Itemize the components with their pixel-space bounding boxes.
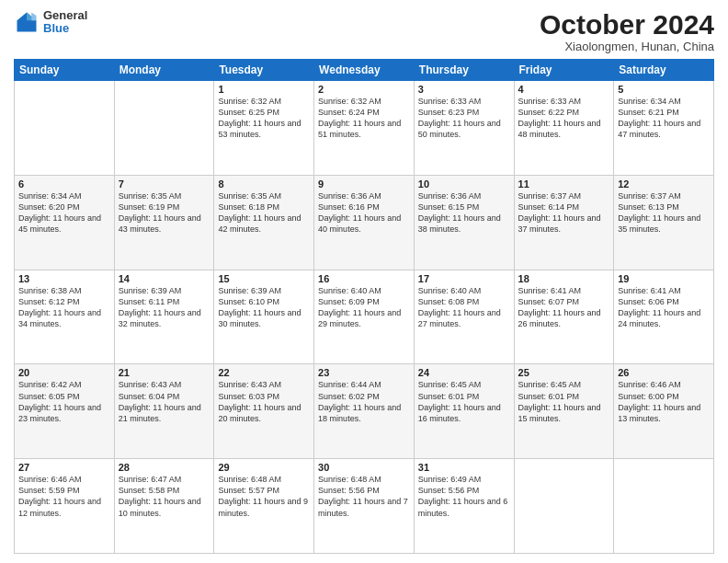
col-friday: Friday [514, 60, 614, 81]
cell-content: Sunrise: 6:38 AMSunset: 6:12 PMDaylight:… [18, 285, 110, 330]
calendar-cell: 24 Sunrise: 6:45 AMSunset: 6:01 PMDaylig… [414, 364, 514, 459]
cell-content: Sunrise: 6:34 AMSunset: 6:21 PMDaylight:… [618, 96, 710, 141]
calendar-cell [614, 459, 714, 554]
day-number: 14 [119, 273, 210, 284]
calendar-cell: 18 Sunrise: 6:41 AMSunset: 6:07 PMDaylig… [514, 270, 614, 364]
day-number: 11 [518, 178, 610, 190]
calendar-cell: 27 Sunrise: 6:46 AMSunset: 5:59 PMDaylig… [15, 459, 115, 554]
calendar-body: 1 Sunrise: 6:32 AMSunset: 6:25 PMDayligh… [15, 81, 714, 554]
calendar-cell: 15 Sunrise: 6:39 AMSunset: 6:10 PMDaylig… [214, 270, 314, 364]
day-number: 28 [119, 462, 210, 473]
day-number: 2 [318, 84, 410, 95]
day-number: 31 [418, 462, 510, 473]
cell-content: Sunrise: 6:43 AMSunset: 6:03 PMDaylight:… [218, 379, 310, 424]
logo: General Blue [14, 9, 87, 36]
cell-content: Sunrise: 6:46 AMSunset: 6:00 PMDaylight:… [618, 379, 710, 424]
header: General Blue October 2024 Xiaolongmen, H… [14, 9, 714, 53]
calendar-cell: 17 Sunrise: 6:40 AMSunset: 6:08 PMDaylig… [414, 270, 514, 364]
calendar-cell: 7 Sunrise: 6:35 AMSunset: 6:19 PMDayligh… [114, 175, 214, 270]
day-number: 20 [18, 367, 110, 378]
logo-text: General Blue [43, 9, 87, 36]
day-number: 26 [618, 367, 710, 378]
cell-content: Sunrise: 6:32 AMSunset: 6:24 PMDaylight:… [318, 96, 410, 141]
cell-content: Sunrise: 6:45 AMSunset: 6:01 PMDaylight:… [518, 379, 610, 424]
calendar-week-5: 27 Sunrise: 6:46 AMSunset: 5:59 PMDaylig… [15, 459, 714, 554]
cell-content: Sunrise: 6:32 AMSunset: 6:25 PMDaylight:… [218, 96, 310, 141]
day-number: 21 [119, 367, 210, 378]
calendar-header: Sunday Monday Tuesday Wednesday Thursday… [15, 60, 714, 81]
calendar-cell: 4 Sunrise: 6:33 AMSunset: 6:22 PMDayligh… [514, 81, 614, 176]
calendar-cell: 22 Sunrise: 6:43 AMSunset: 6:03 PMDaylig… [214, 364, 314, 459]
cell-content: Sunrise: 6:35 AMSunset: 6:18 PMDaylight:… [218, 190, 310, 236]
calendar-cell: 31 Sunrise: 6:49 AMSunset: 5:56 PMDaylig… [414, 459, 514, 554]
cell-content: Sunrise: 6:34 AMSunset: 6:20 PMDaylight:… [18, 190, 110, 236]
day-number: 4 [518, 84, 610, 95]
logo-blue: Blue [43, 22, 87, 35]
calendar-cell: 13 Sunrise: 6:38 AMSunset: 6:12 PMDaylig… [15, 270, 115, 364]
logo-icon [14, 9, 40, 35]
calendar-cell: 28 Sunrise: 6:47 AMSunset: 5:58 PMDaylig… [114, 459, 214, 554]
day-number: 8 [218, 178, 310, 190]
month-title: October 2024 [540, 9, 714, 40]
day-number: 12 [618, 178, 710, 190]
calendar-cell: 26 Sunrise: 6:46 AMSunset: 6:00 PMDaylig… [614, 364, 714, 459]
cell-content: Sunrise: 6:44 AMSunset: 6:02 PMDaylight:… [318, 379, 410, 424]
calendar-cell: 2 Sunrise: 6:32 AMSunset: 6:24 PMDayligh… [314, 81, 415, 176]
calendar-cell: 16 Sunrise: 6:40 AMSunset: 6:09 PMDaylig… [314, 270, 415, 364]
calendar-cell [514, 459, 614, 554]
calendar-week-3: 13 Sunrise: 6:38 AMSunset: 6:12 PMDaylig… [15, 270, 714, 364]
col-wednesday: Wednesday [314, 60, 415, 81]
calendar-cell: 14 Sunrise: 6:39 AMSunset: 6:11 PMDaylig… [114, 270, 214, 364]
calendar-cell: 23 Sunrise: 6:44 AMSunset: 6:02 PMDaylig… [314, 364, 415, 459]
day-number: 27 [18, 462, 110, 473]
calendar-cell: 19 Sunrise: 6:41 AMSunset: 6:06 PMDaylig… [614, 270, 714, 364]
cell-content: Sunrise: 6:36 AMSunset: 6:15 PMDaylight:… [418, 190, 510, 236]
cell-content: Sunrise: 6:40 AMSunset: 6:09 PMDaylight:… [318, 285, 410, 330]
cell-content: Sunrise: 6:40 AMSunset: 6:08 PMDaylight:… [418, 285, 510, 330]
day-number: 22 [218, 367, 310, 378]
logo-general: General [43, 9, 87, 22]
col-tuesday: Tuesday [214, 60, 314, 81]
calendar-cell: 21 Sunrise: 6:43 AMSunset: 6:04 PMDaylig… [114, 364, 214, 459]
day-number: 9 [318, 178, 410, 190]
calendar-cell [15, 81, 115, 176]
svg-marker-2 [31, 13, 36, 21]
calendar-cell: 20 Sunrise: 6:42 AMSunset: 6:05 PMDaylig… [15, 364, 115, 459]
cell-content: Sunrise: 6:35 AMSunset: 6:19 PMDaylight:… [119, 190, 210, 236]
cell-content: Sunrise: 6:48 AMSunset: 5:56 PMDaylight:… [318, 474, 410, 519]
calendar-cell: 3 Sunrise: 6:33 AMSunset: 6:23 PMDayligh… [414, 81, 514, 176]
location: Xiaolongmen, Hunan, China [540, 40, 714, 53]
calendar-week-1: 1 Sunrise: 6:32 AMSunset: 6:25 PMDayligh… [15, 81, 714, 176]
day-number: 1 [218, 84, 310, 95]
col-sunday: Sunday [15, 60, 115, 81]
calendar-cell [114, 81, 214, 176]
calendar-cell: 1 Sunrise: 6:32 AMSunset: 6:25 PMDayligh… [214, 81, 314, 176]
col-thursday: Thursday [414, 60, 514, 81]
day-number: 6 [18, 178, 110, 190]
cell-content: Sunrise: 6:33 AMSunset: 6:22 PMDaylight:… [518, 96, 610, 141]
calendar-cell: 30 Sunrise: 6:48 AMSunset: 5:56 PMDaylig… [314, 459, 415, 554]
calendar-cell: 25 Sunrise: 6:45 AMSunset: 6:01 PMDaylig… [514, 364, 614, 459]
cell-content: Sunrise: 6:43 AMSunset: 6:04 PMDaylight:… [119, 379, 210, 424]
calendar-cell: 9 Sunrise: 6:36 AMSunset: 6:16 PMDayligh… [314, 175, 415, 270]
day-number: 10 [418, 178, 510, 190]
cell-content: Sunrise: 6:39 AMSunset: 6:11 PMDaylight:… [119, 285, 210, 330]
calendar-cell: 5 Sunrise: 6:34 AMSunset: 6:21 PMDayligh… [614, 81, 714, 176]
cell-content: Sunrise: 6:33 AMSunset: 6:23 PMDaylight:… [418, 96, 510, 141]
cell-content: Sunrise: 6:45 AMSunset: 6:01 PMDaylight:… [418, 379, 510, 424]
calendar-cell: 6 Sunrise: 6:34 AMSunset: 6:20 PMDayligh… [15, 175, 115, 270]
cell-content: Sunrise: 6:47 AMSunset: 5:58 PMDaylight:… [119, 474, 210, 519]
calendar-cell: 10 Sunrise: 6:36 AMSunset: 6:15 PMDaylig… [414, 175, 514, 270]
col-saturday: Saturday [614, 60, 714, 81]
calendar-cell: 29 Sunrise: 6:48 AMSunset: 5:57 PMDaylig… [214, 459, 314, 554]
day-number: 7 [119, 178, 210, 190]
day-number: 3 [418, 84, 510, 95]
day-number: 29 [218, 462, 310, 473]
page: General Blue October 2024 Xiaolongmen, H… [0, 0, 728, 563]
day-number: 23 [318, 367, 410, 378]
day-number: 17 [418, 273, 510, 284]
cell-content: Sunrise: 6:37 AMSunset: 6:14 PMDaylight:… [518, 190, 610, 236]
cell-content: Sunrise: 6:42 AMSunset: 6:05 PMDaylight:… [18, 379, 110, 424]
header-row: Sunday Monday Tuesday Wednesday Thursday… [15, 60, 714, 81]
cell-content: Sunrise: 6:37 AMSunset: 6:13 PMDaylight:… [618, 190, 710, 236]
